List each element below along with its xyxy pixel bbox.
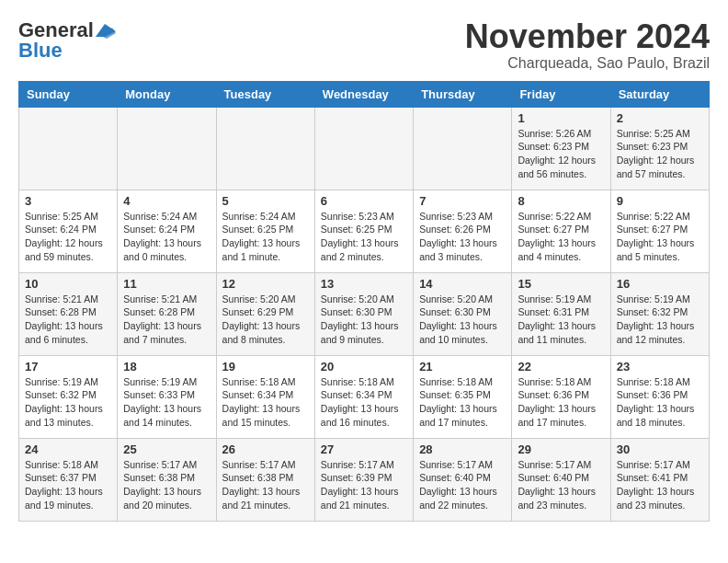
day-number: 15 xyxy=(518,277,604,291)
day-info: Sunrise: 5:19 AMSunset: 6:31 PMDaylight:… xyxy=(518,293,604,347)
calendar-table: SundayMondayTuesdayWednesdayThursdayFrid… xyxy=(18,81,710,522)
day-number: 3 xyxy=(25,194,111,208)
day-info: Sunrise: 5:17 AMSunset: 6:40 PMDaylight:… xyxy=(518,458,604,512)
day-info: Sunrise: 5:24 AMSunset: 6:24 PMDaylight:… xyxy=(123,210,210,264)
calendar-week-3: 10Sunrise: 5:21 AMSunset: 6:28 PMDayligh… xyxy=(19,272,710,355)
weekday-header-tuesday: Tuesday xyxy=(216,81,314,107)
day-info: Sunrise: 5:19 AMSunset: 6:32 PMDaylight:… xyxy=(617,293,703,347)
day-info: Sunrise: 5:18 AMSunset: 6:35 PMDaylight:… xyxy=(419,375,506,430)
day-number: 30 xyxy=(617,442,703,456)
day-number: 9 xyxy=(617,194,703,208)
calendar-week-5: 24Sunrise: 5:18 AMSunset: 6:37 PMDayligh… xyxy=(19,438,710,521)
day-number: 20 xyxy=(321,360,407,373)
month-title: November 2024 xyxy=(465,18,710,55)
calendar-cell: 5Sunrise: 5:24 AMSunset: 6:25 PMDaylight… xyxy=(216,190,314,272)
day-number: 21 xyxy=(419,360,506,373)
day-number: 22 xyxy=(518,360,604,373)
day-info: Sunrise: 5:25 AMSunset: 6:24 PMDaylight:… xyxy=(25,210,111,264)
calendar-cell: 12Sunrise: 5:20 AMSunset: 6:29 PMDayligh… xyxy=(216,272,314,355)
day-info: Sunrise: 5:26 AMSunset: 6:23 PMDaylight:… xyxy=(518,127,604,181)
calendar-cell: 24Sunrise: 5:18 AMSunset: 6:37 PMDayligh… xyxy=(19,438,118,521)
calendar-cell: 23Sunrise: 5:18 AMSunset: 6:36 PMDayligh… xyxy=(610,355,709,438)
day-number: 1 xyxy=(518,111,604,125)
calendar-week-2: 3Sunrise: 5:25 AMSunset: 6:24 PMDaylight… xyxy=(19,190,710,272)
calendar-cell: 9Sunrise: 5:22 AMSunset: 6:27 PMDaylight… xyxy=(610,190,709,272)
calendar-cell: 3Sunrise: 5:25 AMSunset: 6:24 PMDaylight… xyxy=(19,190,118,272)
day-number: 10 xyxy=(25,277,111,291)
weekday-header-thursday: Thursday xyxy=(414,81,512,107)
day-info: Sunrise: 5:20 AMSunset: 6:30 PMDaylight:… xyxy=(419,293,506,347)
day-info: Sunrise: 5:23 AMSunset: 6:25 PMDaylight:… xyxy=(321,210,407,264)
calendar-cell: 30Sunrise: 5:17 AMSunset: 6:41 PMDayligh… xyxy=(610,438,709,521)
day-number: 12 xyxy=(222,277,309,291)
calendar-cell: 15Sunrise: 5:19 AMSunset: 6:31 PMDayligh… xyxy=(512,272,610,355)
day-number: 4 xyxy=(123,194,210,208)
weekday-header-saturday: Saturday xyxy=(610,81,709,107)
day-number: 7 xyxy=(419,194,506,208)
logo-blue-text: Blue xyxy=(18,39,63,63)
day-info: Sunrise: 5:17 AMSunset: 6:39 PMDaylight:… xyxy=(321,458,407,512)
day-info: Sunrise: 5:18 AMSunset: 6:34 PMDaylight:… xyxy=(321,375,407,430)
weekday-header-row: SundayMondayTuesdayWednesdayThursdayFrid… xyxy=(19,81,710,107)
day-number: 25 xyxy=(123,442,210,456)
weekday-header-friday: Friday xyxy=(512,81,610,107)
calendar-cell: 17Sunrise: 5:19 AMSunset: 6:32 PMDayligh… xyxy=(19,355,118,438)
day-number: 14 xyxy=(419,277,506,291)
day-number: 8 xyxy=(518,194,604,208)
day-info: Sunrise: 5:17 AMSunset: 6:41 PMDaylight:… xyxy=(617,458,703,512)
calendar-cell: 10Sunrise: 5:21 AMSunset: 6:28 PMDayligh… xyxy=(19,272,118,355)
calendar-cell: 1Sunrise: 5:26 AMSunset: 6:23 PMDaylight… xyxy=(512,107,610,190)
day-number: 24 xyxy=(25,442,111,456)
logo: General Blue xyxy=(18,18,116,63)
day-info: Sunrise: 5:21 AMSunset: 6:28 PMDaylight:… xyxy=(123,293,210,347)
calendar-cell: 22Sunrise: 5:18 AMSunset: 6:36 PMDayligh… xyxy=(512,355,610,438)
calendar-week-1: 1Sunrise: 5:26 AMSunset: 6:23 PMDaylight… xyxy=(19,107,710,190)
day-info: Sunrise: 5:17 AMSunset: 6:38 PMDaylight:… xyxy=(123,458,210,512)
day-number: 11 xyxy=(123,277,210,291)
calendar-cell: 18Sunrise: 5:19 AMSunset: 6:33 PMDayligh… xyxy=(118,355,216,438)
calendar-cell: 7Sunrise: 5:23 AMSunset: 6:26 PMDaylight… xyxy=(414,190,512,272)
day-number: 17 xyxy=(25,360,111,373)
day-number: 28 xyxy=(419,442,506,456)
page-header: General Blue November 2024 Charqueada, S… xyxy=(18,18,710,72)
day-info: Sunrise: 5:17 AMSunset: 6:40 PMDaylight:… xyxy=(419,458,506,512)
day-info: Sunrise: 5:19 AMSunset: 6:33 PMDaylight:… xyxy=(123,375,210,430)
day-number: 18 xyxy=(123,360,210,373)
day-info: Sunrise: 5:17 AMSunset: 6:38 PMDaylight:… xyxy=(222,458,309,512)
calendar-cell: 13Sunrise: 5:20 AMSunset: 6:30 PMDayligh… xyxy=(314,272,413,355)
calendar-cell: 20Sunrise: 5:18 AMSunset: 6:34 PMDayligh… xyxy=(314,355,413,438)
day-info: Sunrise: 5:22 AMSunset: 6:27 PMDaylight:… xyxy=(518,210,604,264)
calendar-cell: 8Sunrise: 5:22 AMSunset: 6:27 PMDaylight… xyxy=(512,190,610,272)
logo-icon xyxy=(96,24,116,39)
day-info: Sunrise: 5:23 AMSunset: 6:26 PMDaylight:… xyxy=(419,210,506,264)
calendar-cell: 4Sunrise: 5:24 AMSunset: 6:24 PMDaylight… xyxy=(118,190,216,272)
calendar-cell xyxy=(414,107,512,190)
calendar-cell: 11Sunrise: 5:21 AMSunset: 6:28 PMDayligh… xyxy=(118,272,216,355)
day-info: Sunrise: 5:20 AMSunset: 6:30 PMDaylight:… xyxy=(321,293,407,347)
calendar-cell xyxy=(118,107,216,190)
day-info: Sunrise: 5:18 AMSunset: 6:36 PMDaylight:… xyxy=(617,375,703,430)
calendar-cell: 16Sunrise: 5:19 AMSunset: 6:32 PMDayligh… xyxy=(610,272,709,355)
day-number: 26 xyxy=(222,442,309,456)
calendar-cell xyxy=(19,107,118,190)
day-number: 5 xyxy=(222,194,309,208)
calendar-cell: 21Sunrise: 5:18 AMSunset: 6:35 PMDayligh… xyxy=(414,355,512,438)
day-info: Sunrise: 5:20 AMSunset: 6:29 PMDaylight:… xyxy=(222,293,309,347)
weekday-header-wednesday: Wednesday xyxy=(314,81,413,107)
calendar-cell xyxy=(216,107,314,190)
day-number: 27 xyxy=(321,442,407,456)
day-info: Sunrise: 5:18 AMSunset: 6:37 PMDaylight:… xyxy=(25,458,111,512)
calendar-week-4: 17Sunrise: 5:19 AMSunset: 6:32 PMDayligh… xyxy=(19,355,710,438)
weekday-header-sunday: Sunday xyxy=(19,81,118,107)
calendar-body: 1Sunrise: 5:26 AMSunset: 6:23 PMDaylight… xyxy=(19,107,710,521)
location-text: Charqueada, Sao Paulo, Brazil xyxy=(465,55,710,72)
day-info: Sunrise: 5:24 AMSunset: 6:25 PMDaylight:… xyxy=(222,210,309,264)
day-number: 6 xyxy=(321,194,407,208)
day-info: Sunrise: 5:21 AMSunset: 6:28 PMDaylight:… xyxy=(25,293,111,347)
day-number: 2 xyxy=(617,111,703,125)
day-number: 13 xyxy=(321,277,407,291)
day-info: Sunrise: 5:18 AMSunset: 6:34 PMDaylight:… xyxy=(222,375,309,430)
title-block: November 2024 Charqueada, Sao Paulo, Bra… xyxy=(465,18,710,72)
day-number: 16 xyxy=(617,277,703,291)
day-info: Sunrise: 5:25 AMSunset: 6:23 PMDaylight:… xyxy=(617,127,703,181)
